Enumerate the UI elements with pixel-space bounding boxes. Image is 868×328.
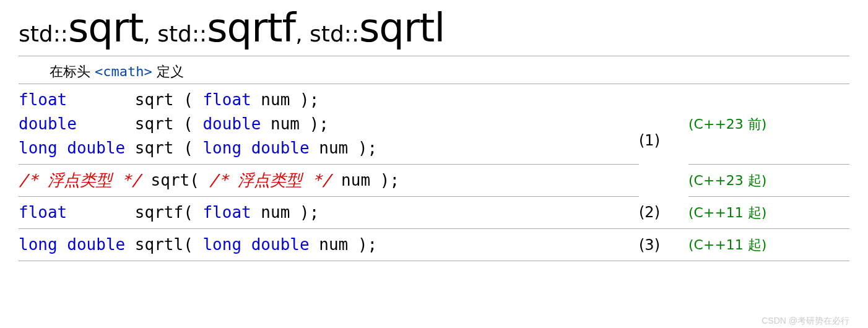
decl-row-1a: float sqrt ( float num ); double sqrt ( … [19,84,849,165]
title-fn-3: sqrtl [359,5,445,51]
decl-row-2: float sqrtf( float num ); (2) (C++11 起) [19,197,849,229]
decl-signature: float sqrtf( float num ); [19,197,639,229]
page-title: std::sqrt, std::sqrtf, std::sqrtl [19,0,849,56]
decl-row-1b: /* 浮点类型 */ sqrt( /* 浮点类型 */ num ); (C++2… [19,165,849,197]
header-row: 在标头 <cmath> 定义 [19,60,849,84]
title-ns-1: std:: [19,21,68,46]
title-fn-2: sqrtf [207,5,295,51]
decl-signature: long double sqrtl( long double num ); [19,229,639,261]
title-ns-3: std:: [310,21,359,46]
title-sep-2: , [295,21,310,46]
decl-signature: /* 浮点类型 */ sqrt( /* 浮点类型 */ num ); [19,165,639,197]
title-ns-2: std:: [157,21,207,46]
header-link[interactable]: <cmath> [95,64,152,79]
decl-number: (2) [639,197,688,229]
header-prefix: 在标头 [50,64,95,79]
title-fn-1: sqrt [68,5,143,51]
decl-number: (1) [639,84,688,197]
title-sep-1: , [143,21,157,46]
decl-version: (C++23 前) [688,84,849,165]
decl-version: (C++23 起) [688,165,849,197]
decl-signature: float sqrt ( float num ); double sqrt ( … [19,84,639,165]
decl-version: (C++11 起) [688,229,849,261]
decl-row-3: long double sqrtl( long double num ); (3… [19,229,849,261]
header-suffix: 定义 [152,64,184,79]
decl-version: (C++11 起) [688,197,849,229]
declaration-table: 在标头 <cmath> 定义 float sqrt ( float num );… [19,60,849,261]
decl-number: (3) [639,229,688,261]
